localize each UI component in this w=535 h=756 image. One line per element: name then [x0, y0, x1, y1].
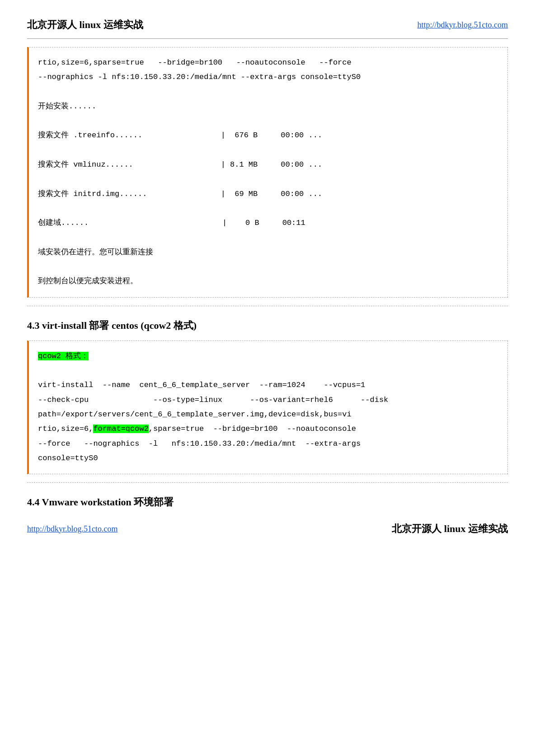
code-line: [38, 364, 498, 378]
code-line: rtio,size=6,sparse=true --bridge=br100 -…: [38, 56, 498, 70]
code-line: virt-install --name cent_6_6_template_se…: [38, 378, 498, 392]
code-line: [38, 114, 498, 128]
header-link[interactable]: http://bdkyr.blog.51cto.com: [418, 20, 508, 30]
code-line: [38, 231, 498, 245]
code-line: --force --nographics -l nfs:10.150.33.20…: [38, 437, 498, 451]
section-4-4-heading: 4.4 Vmware workstation 环境部署: [27, 495, 508, 509]
section-divider: [27, 306, 508, 306]
qcow2-label: qcow2 格式：: [38, 352, 89, 360]
footer-link[interactable]: http://bdkyr.blog.51cto.com: [27, 524, 118, 534]
page-footer: http://bdkyr.blog.51cto.com 北京开源人 linux …: [27, 515, 508, 540]
code-line: 到控制台以便完成安装进程。: [38, 274, 498, 289]
page-container: 北京开源人 linux 运维实战 http://bdkyr.blog.51cto…: [0, 0, 535, 554]
code-line: 搜索文件 initrd.img...... | 69 MB 00:00 ...: [38, 187, 498, 201]
code-line: [38, 85, 498, 99]
code-block-2: qcow2 格式： virt-install --name cent_6_6_t…: [27, 341, 508, 474]
code-line: --nographics -l nfs:10.150.33.20:/media/…: [38, 70, 498, 84]
page-header: 北京开源人 linux 运维实战 http://bdkyr.blog.51cto…: [27, 14, 508, 39]
code-line: console=ttyS0: [38, 451, 498, 466]
code-line: --check-cpu --os-type=linux --os-variant…: [38, 393, 498, 407]
header-title: 北京开源人 linux 运维实战: [27, 18, 143, 32]
code-line: 开始安装......: [38, 99, 498, 114]
code-line: rtio,size=6,format=qcow2,sparse=true --b…: [38, 422, 498, 436]
code-line: 域安装仍在进行。您可以重新连接: [38, 245, 498, 260]
section-4-3-heading: 4.3 virt-install 部署 centos (qcow2 格式): [27, 319, 508, 332]
code-block-1: rtio,size=6,sparse=true --bridge=br100 -…: [27, 47, 508, 298]
format-qcow2-highlight: format=qcow2: [93, 425, 148, 433]
code-line: [38, 143, 498, 158]
code-line: 创建域...... | 0 B 00:11: [38, 216, 498, 230]
code-line: 搜索文件 .treeinfo...... | 676 B 00:00 ...: [38, 128, 498, 143]
code-line: [38, 260, 498, 274]
code-line: 搜索文件 vmlinuz...... | 8.1 MB 00:00 ...: [38, 158, 498, 172]
code-line: [38, 172, 498, 187]
code-line: [38, 201, 498, 216]
footer-title: 北京开源人 linux 运维实战: [392, 522, 508, 536]
section-divider-2: [27, 482, 508, 483]
code-line: path=/export/servers/cent_6_6_template_s…: [38, 407, 498, 422]
highlight-label: qcow2 格式：: [38, 349, 498, 364]
